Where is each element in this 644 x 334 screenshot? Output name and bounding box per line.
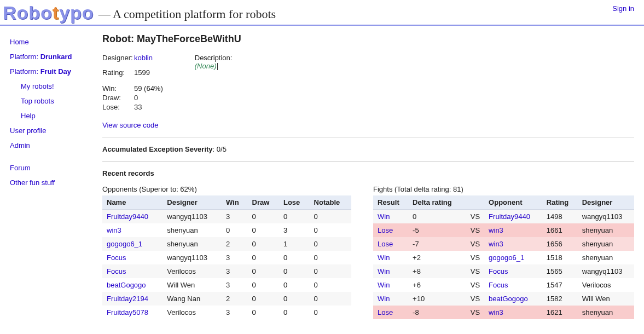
nav-admin[interactable]: Admin [10,141,30,149]
nav-platform-drunkard[interactable]: Drunkard [40,53,72,61]
opponent-name-link[interactable]: Focus [107,254,126,262]
text-cursor [217,63,218,70]
accumulated-severity: Accumulated Exception Severity: 0/5 [102,145,634,153]
fight-designer-cell: shenyuan [578,251,634,264]
opponent-designer-cell: Will Wen [163,278,222,292]
nav-help[interactable]: Help [21,112,36,120]
opponent-notable-cell: 0 [310,306,351,319]
fight-designer-cell: shenyuan [578,223,634,237]
logo-part-a: Robo [3,2,53,23]
fight-opponent-link[interactable]: win3 [489,308,503,316]
fight-opponent-link[interactable]: win3 [489,226,503,234]
recent-records-title: Recent records [102,169,634,177]
fight-row: Win+6VSFocus1547Verilocos [373,278,634,292]
fight-rating-cell: 1582 [542,292,578,306]
view-source-link[interactable]: View source code [102,121,158,129]
fight-result-link[interactable]: Lose [378,240,393,248]
opponents-title: Opponents (Superior to: 62%) [102,185,351,193]
opponent-designer-cell: wangyq1103 [163,210,222,224]
opponent-draw-cell: 0 [248,251,279,264]
opponents-header-cell: Win [222,195,248,210]
fight-rating-cell: 1656 [542,237,578,251]
fight-result-link[interactable]: Lose [378,226,393,234]
fight-vs-cell: VS [463,278,484,292]
opponent-name-link[interactable]: Fruitday9440 [107,212,148,221]
page-title: Robot: MayTheForceBeWithU [102,33,634,45]
opponent-draw-cell: 0 [248,223,279,237]
sign-in-link[interactable]: Sign in [612,4,634,13]
sidebar: Home Platform: Drunkard Platform: Fruit … [0,26,96,326]
opponent-name-link[interactable]: Fruitday2194 [107,295,148,303]
fight-rating-cell: 1547 [542,278,578,292]
opponent-row: Fruitday9440wangyq11033000 [102,210,351,224]
opponent-notable-cell: 0 [310,210,351,224]
fight-opponent-link[interactable]: Focus [489,281,508,289]
opponent-name-link[interactable]: beatGogogo [107,281,146,289]
fight-rating-cell: 1661 [542,223,578,237]
fight-opponent-link[interactable]: beatGogogo [489,295,528,303]
opponent-name-link[interactable]: Focus [107,267,126,275]
opponent-designer-cell: shenyuan [163,223,222,237]
lose-label: Lose: [102,103,134,111]
fights-title: Fights (Total delta rating: 81) [373,185,634,193]
designer-link[interactable]: koblin [134,54,153,62]
fight-row: Win+8VSFocus1565wangyq1103 [373,264,634,278]
nav-platform-fruitday[interactable]: Fruit Day [40,67,71,76]
draw-label: Draw: [102,94,134,102]
fight-result-link[interactable]: Win [378,281,390,289]
opponent-row: Fruitday5078Verilocos3000 [102,306,351,319]
fight-result-link[interactable]: Win [378,295,390,303]
fight-result-link[interactable]: Lose [378,308,393,316]
opponents-header-cell: Notable [310,195,351,210]
opponent-win-cell: 2 [222,292,248,306]
fight-row: Lose-5VSwin31661shenyuan [373,223,634,237]
site-logo[interactable]: Robotypo [3,2,94,24]
content: Robot: MayTheForceBeWithU Designer: kobl… [96,26,644,326]
fight-vs-cell: VS [463,210,484,224]
fight-designer-cell: Verilocos [578,278,634,292]
opponent-designer-cell: wangyq1103 [163,251,222,264]
fight-result-link[interactable]: Win [378,267,390,275]
fight-delta-cell: +6 [408,278,463,292]
opponent-name-link[interactable]: win3 [107,226,121,234]
fight-opponent-link[interactable]: win3 [489,240,503,248]
opponent-name-link[interactable]: Fruitday5078 [107,308,148,316]
fights-header-cell: Rating [542,195,578,210]
nav-home[interactable]: Home [10,38,29,46]
acc-value: : 0/5 [213,145,227,153]
fight-designer-cell: Will Wen [578,292,634,306]
nav-user-profile[interactable]: User profile [10,126,46,135]
opponent-row: FocusVerilocos3000 [102,264,351,278]
nav-top-robots[interactable]: Top robots [21,97,54,105]
opponent-notable-cell: 0 [310,264,351,278]
opponent-designer-cell: Wang Nan [163,292,222,306]
fight-result-link[interactable]: Win [378,254,390,262]
fight-rating-cell: 1565 [542,264,578,278]
fight-delta-cell: 0 [408,210,463,224]
opponent-notable-cell: 0 [310,278,351,292]
nav-other-fun[interactable]: Other fun stuff [10,178,55,187]
opponent-draw-cell: 0 [248,264,279,278]
opponent-lose-cell: 0 [279,264,310,278]
opponent-win-cell: 3 [222,251,248,264]
opponent-draw-cell: 0 [248,278,279,292]
opponent-name-link[interactable]: gogogo6_1 [107,240,142,248]
content-divider-1 [102,137,634,137]
fight-row: Win+2VSgogogo6_11518shenyuan [373,251,634,264]
fight-opponent-link[interactable]: Fruitday9440 [489,212,530,221]
opponents-header-cell: Name [102,195,163,210]
fight-delta-cell: -8 [408,306,463,319]
fight-vs-cell: VS [463,292,484,306]
logo-part-c: ypo [59,2,94,23]
fight-designer-cell: wangyq1103 [578,264,634,278]
nav-forum[interactable]: Forum [10,164,31,172]
fights-header-cell: Designer [578,195,634,210]
top-right: Sign in [612,2,634,13]
fights-header-cell: Result [373,195,408,210]
fight-result-link[interactable]: Win [378,212,390,221]
fight-opponent-link[interactable]: Focus [489,267,508,275]
description-label: Description: [195,54,233,62]
nav-my-robots[interactable]: My robots! [21,82,54,90]
opponent-draw-cell: 0 [248,306,279,319]
fight-opponent-link[interactable]: gogogo6_1 [489,254,524,262]
